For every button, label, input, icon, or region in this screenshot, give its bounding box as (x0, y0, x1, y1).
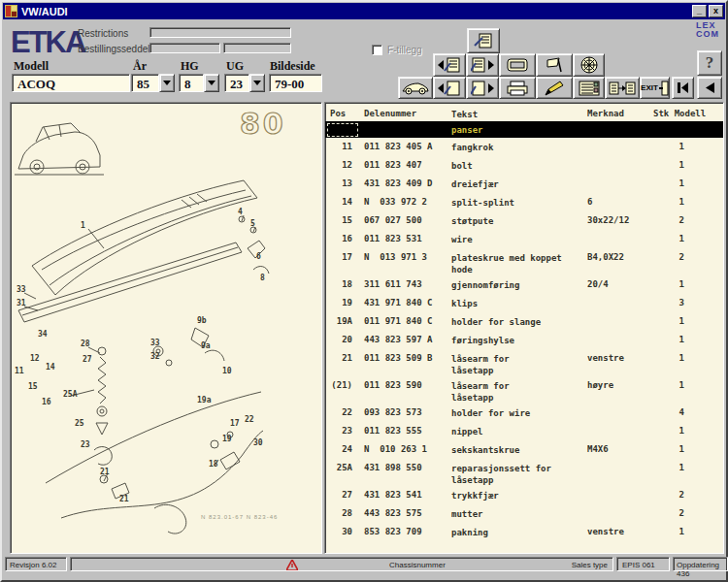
part-callout[interactable]: 19 (222, 435, 232, 443)
table-row[interactable]: 20 443 823 597 A føringshylse 1 (325, 331, 723, 349)
part-callout[interactable]: 30 (253, 438, 263, 447)
year-dropdown-button[interactable] (159, 74, 175, 92)
table-row[interactable]: 23 011 823 555 nippel 1 (325, 422, 723, 440)
table-row[interactable]: 12 011 823 407 bolt 1 (325, 156, 723, 175)
print-button[interactable] (499, 77, 536, 99)
part-callout[interactable]: 10 (222, 367, 232, 375)
notes-next-button[interactable] (466, 53, 499, 77)
cell-stk: 1 (653, 463, 694, 486)
cell-delenummer: 011 823 405 A (356, 142, 449, 156)
nav-first-button[interactable] (672, 77, 694, 99)
part-callout[interactable]: 12 (30, 354, 40, 363)
table-row[interactable]: 30 853 823 709 pakning venstre 1 (325, 523, 723, 541)
help-button[interactable]: ? (697, 50, 722, 76)
part-callout[interactable]: 1 (81, 221, 85, 230)
part-callout[interactable]: 19a (197, 396, 211, 404)
nav-prev-button[interactable] (697, 77, 722, 99)
list-button[interactable] (573, 77, 605, 99)
cell-delenummer: 431 898 550 (356, 463, 449, 486)
order-input-2[interactable] (223, 43, 291, 53)
cell-pos: 23 (325, 426, 356, 440)
table-row[interactable]: (21) 011 823 590 låsearm for låsetapp hø… (325, 376, 723, 404)
table-row[interactable]: 22 093 823 573 holder for wire 4 (325, 404, 723, 422)
part-callout[interactable]: 11 (15, 367, 24, 375)
part-callout[interactable]: 18 (209, 460, 218, 469)
table-row[interactable]: 13 431 823 409 D dreiefjær 1 (325, 175, 723, 193)
minimize-button[interactable]: _ (692, 5, 707, 17)
table-row[interactable]: 28 443 823 575 mutter 2 (325, 504, 723, 523)
cell-merknad (585, 407, 653, 422)
notes-prev-button[interactable] (433, 53, 466, 77)
page-prev-button[interactable] (433, 77, 466, 99)
help-label: ? (706, 53, 714, 73)
close-button[interactable]: x (709, 5, 723, 17)
table-row[interactable]: 17 N 013 971 3 plateskrue med koppet hod… (325, 248, 723, 275)
part-callout[interactable]: 23 (81, 440, 90, 449)
table-row[interactable]: 24 N 010 263 1 sekskantskrue M4X6 1 (325, 440, 723, 459)
bildeside-input[interactable]: 79-00 (269, 74, 322, 92)
table-row[interactable]: 18 311 611 743 gjennomføring 20/4 1 (325, 275, 723, 294)
ug-label: UG (226, 59, 244, 74)
cell-merknad: venstre (585, 353, 653, 376)
part-callout[interactable]: 4 (238, 208, 243, 216)
part-callout[interactable]: 15 (28, 382, 38, 391)
cell-merknad: B4,0X22 (585, 252, 653, 275)
group-row-panser[interactable]: panser (325, 121, 723, 138)
table-row[interactable]: 19 431 971 840 C klips 3 (325, 294, 723, 312)
ug-dropdown-button[interactable] (249, 74, 265, 92)
modell-input[interactable]: ACOQ (12, 74, 130, 92)
wheel-button[interactable] (573, 53, 605, 77)
part-callout[interactable]: 21 (100, 468, 110, 476)
part-callout[interactable]: 28 (81, 340, 90, 348)
part-callout[interactable]: 33 (17, 285, 26, 294)
screen-view-button[interactable] (499, 53, 536, 77)
part-callout[interactable]: 34 (38, 330, 48, 339)
cell-modell (694, 142, 723, 156)
part-callout[interactable]: 21 (119, 495, 129, 503)
f-tillegg-checkbox[interactable] (372, 45, 382, 55)
cell-delenummer: 853 823 709 (356, 527, 449, 541)
part-callout[interactable]: 25 (75, 419, 84, 428)
table-row[interactable]: 27 431 823 541 trykkfjær 2 (325, 486, 723, 504)
part-callout[interactable]: 25A (63, 390, 77, 399)
part-callout[interactable]: 14 (46, 363, 55, 372)
hg-dropdown-button[interactable] (204, 74, 219, 92)
hg-input[interactable]: 8 (179, 74, 204, 92)
part-callout[interactable]: 16 (42, 398, 51, 406)
pencil-button[interactable] (536, 77, 573, 99)
part-callout[interactable]: 9b (197, 316, 207, 325)
table-body: 11 011 823 405 A fangkrok 1 12 011 823 4… (325, 138, 723, 541)
part-callout[interactable]: 31 (17, 299, 26, 307)
transfer-button[interactable] (605, 77, 640, 99)
exit-button[interactable]: EXIT (640, 77, 670, 99)
table-row[interactable]: 14 N 033 972 2 split-splint 6 1 (325, 193, 723, 211)
part-callout[interactable]: 6 (256, 252, 261, 261)
table-row[interactable]: 16 011 823 531 wire 1 (325, 230, 723, 248)
part-callout[interactable]: 8 (260, 274, 265, 282)
part-callout[interactable]: 32 (150, 352, 160, 361)
flag-button[interactable] (536, 53, 573, 77)
year-input[interactable]: 85 (131, 74, 159, 92)
part-callout[interactable]: 5 (250, 219, 255, 228)
notes-stack-button[interactable] (467, 28, 500, 53)
table-row[interactable]: 15 067 027 500 støtpute 30x22/12 2 (325, 211, 723, 230)
cell-tekst: støtpute (449, 215, 585, 230)
part-callout[interactable]: 9a (201, 341, 211, 350)
table-row[interactable]: 19A 011 971 840 C holder for slange 1 (325, 312, 723, 331)
order-input-1[interactable] (149, 43, 220, 53)
ug-input[interactable]: 23 (224, 74, 249, 92)
restrictions-input[interactable] (149, 27, 291, 38)
part-callout[interactable]: 27 (83, 355, 92, 364)
page-next-button[interactable] (466, 77, 499, 99)
cell-delenummer: N 033 972 2 (356, 197, 449, 211)
table-row[interactable]: 25A 431 898 550 reparasjonssett for låse… (325, 459, 723, 486)
part-callout[interactable]: 17 (230, 419, 240, 428)
part-callout[interactable]: 22 (245, 415, 254, 424)
car-button[interactable] (398, 77, 433, 99)
cell-tekst: klips (449, 298, 585, 312)
cell-tekst: mutter (449, 508, 585, 523)
prev-page-icon (706, 82, 714, 93)
table-row[interactable]: 11 011 823 405 A fangkrok 1 (325, 138, 723, 156)
part-callout[interactable]: 33 (150, 339, 160, 347)
table-row[interactable]: 21 011 823 509 B låsearm for låsetapp ve… (325, 349, 723, 376)
